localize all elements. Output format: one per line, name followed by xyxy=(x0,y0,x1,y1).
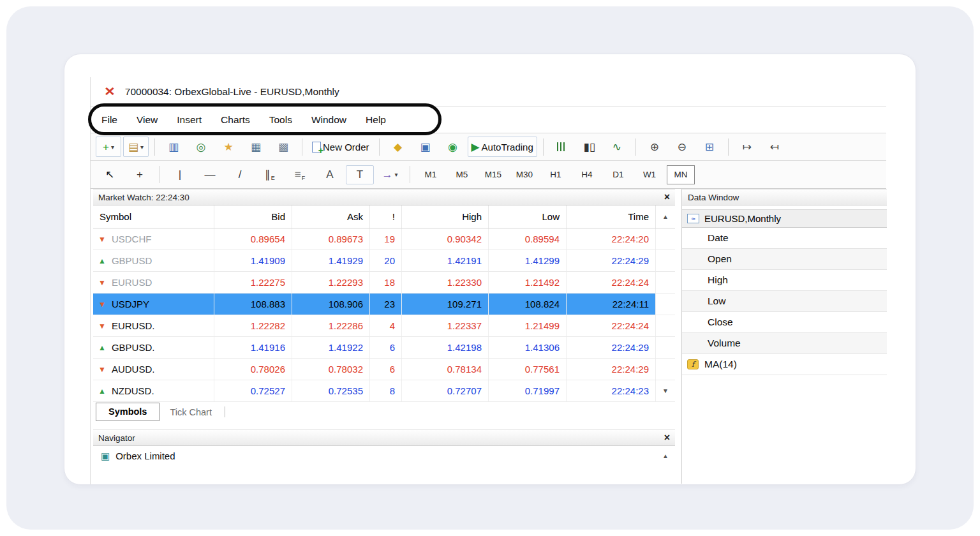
market-watch-row-usdjpy[interactable]: ▼USDJPY108.883108.90623109.271108.82422:… xyxy=(93,294,675,315)
indicator-function-icon: f xyxy=(687,359,699,369)
fibonacci-icon-sub: F xyxy=(302,175,306,181)
dropdown-arrow-icon[interactable]: ▾ xyxy=(394,171,397,178)
profiles-icon[interactable]: ▤▾ xyxy=(123,137,149,157)
close-icon[interactable]: × xyxy=(664,192,670,202)
data-window-symbol-row: ≈ EURUSD,Monthly xyxy=(682,209,887,228)
dropdown-arrow-icon[interactable]: ▾ xyxy=(140,144,144,151)
column-header-symbol[interactable]: Symbol xyxy=(93,205,214,228)
expert-advisors-icon[interactable]: ▣ xyxy=(413,137,438,157)
menu-item-insert[interactable]: Insert xyxy=(167,114,211,126)
timeframe-d1[interactable]: D1 xyxy=(604,165,632,184)
column-header-ask[interactable]: Ask xyxy=(292,205,370,228)
market-watch-row-nzdusd[interactable]: ▲NZDUSD.0.725270.7253580.727070.7199722:… xyxy=(93,380,675,402)
metaeditor-icon[interactable]: ◆ xyxy=(385,137,411,157)
scroll-up-icon[interactable]: ▲ xyxy=(662,452,675,459)
bar-chart-icon[interactable] xyxy=(549,137,575,157)
price-up-arrow-icon: ▲ xyxy=(98,257,106,265)
equidistant-channel-icon[interactable]: ∥E xyxy=(256,165,284,184)
menu-item-charts[interactable]: Charts xyxy=(211,114,260,126)
tab-tick-chart[interactable]: Tick Chart xyxy=(160,407,222,417)
timeframe-h4[interactable]: H4 xyxy=(573,165,601,184)
terminal-icon[interactable]: ▦ xyxy=(243,137,269,157)
vertical-line-icon[interactable]: | xyxy=(166,165,194,184)
scroll-up-icon[interactable]: ▲ xyxy=(662,213,669,220)
toolbar-separator xyxy=(728,138,729,156)
toolbar-separator xyxy=(154,138,155,156)
menu-item-help[interactable]: Help xyxy=(356,114,396,126)
timeframe-m15[interactable]: M15 xyxy=(479,165,507,184)
market-watch-row-usdchf[interactable]: ▼USDCHF0.896540.89673190.903420.8959422:… xyxy=(93,228,675,250)
chart-shift-icon[interactable]: ↤ xyxy=(762,137,787,157)
zoom-in-icon[interactable]: ⊕ xyxy=(642,137,667,157)
price-down-arrow-icon: ▼ xyxy=(98,365,106,374)
navigator-icon[interactable]: ★ xyxy=(216,137,241,157)
menu-item-tools[interactable]: Tools xyxy=(260,114,302,126)
menu-item-file[interactable]: File xyxy=(92,114,127,126)
arrows-icon[interactable]: →▾ xyxy=(376,165,404,184)
crosshair-icon[interactable]: + xyxy=(126,165,154,184)
timeframe-mn[interactable]: MN xyxy=(667,165,695,184)
timeframe-m5[interactable]: M5 xyxy=(448,165,476,184)
mql-community-icon[interactable]: ◉ xyxy=(440,137,466,157)
timeframe-m1[interactable]: M1 xyxy=(417,165,445,184)
auto-scroll-icon[interactable]: ↦ xyxy=(734,137,760,157)
column-header-low[interactable]: Low xyxy=(489,205,567,228)
timeframe-w1[interactable]: W1 xyxy=(635,165,664,184)
ask-cell: 108.906 xyxy=(292,294,370,315)
new-order-icon[interactable]: New Order xyxy=(308,137,373,157)
market-watch-row-eurusd[interactable]: ▼EURUSD1.222751.22293181.223301.2149222:… xyxy=(93,272,675,294)
market-watch-row-gbpusd[interactable]: ▲GBPUSD1.419091.41929201.421911.4129922:… xyxy=(93,250,675,272)
text-icon[interactable]: A xyxy=(316,165,344,184)
tab-symbols[interactable]: Symbols xyxy=(96,403,160,421)
column-header-time[interactable]: Time xyxy=(567,205,656,228)
dropdown-arrow-icon[interactable]: ▾ xyxy=(111,144,114,151)
timeframe-m30[interactable]: M30 xyxy=(510,165,538,184)
symbol-cell: ▲NZDUSD. xyxy=(93,380,214,401)
low-cell: 1.41306 xyxy=(489,337,567,358)
candlestick-chart-icon[interactable]: ▮▯ xyxy=(577,137,602,157)
timeframe-h1[interactable]: H1 xyxy=(542,165,570,184)
navigator-item-orbex-limited[interactable]: ▣Orbex Limited▲ xyxy=(93,446,675,465)
trendline-icon[interactable]: / xyxy=(226,165,254,184)
menu-bar: FileViewInsertChartsToolsWindowHelp xyxy=(91,107,886,133)
market-watch-row-eurusd[interactable]: ▼EURUSD.1.222821.2228641.223371.2149922:… xyxy=(93,315,675,337)
new-chart-icon[interactable]: +▾ xyxy=(96,137,121,157)
menu-item-view[interactable]: View xyxy=(127,114,167,126)
symbol-cell: ▲GBPUSD. xyxy=(93,337,214,358)
column-header-spread[interactable]: ! xyxy=(370,205,402,228)
market-watch-icon[interactable]: ▥ xyxy=(161,137,186,157)
spread-cell: 8 xyxy=(370,380,402,401)
price-down-arrow-icon: ▼ xyxy=(98,322,106,331)
spread-cell: 6 xyxy=(370,359,402,380)
autotrading-icon[interactable]: ▶AutoTrading xyxy=(468,137,537,157)
menu-item-window[interactable]: Window xyxy=(302,114,356,126)
symbol-cell: ▼EURUSD xyxy=(93,272,214,293)
ask-cell: 1.41922 xyxy=(292,337,370,358)
fibonacci-icon[interactable]: ≡F xyxy=(286,165,314,184)
cursor-icon[interactable]: ↖ xyxy=(96,165,124,184)
tile-windows-icon[interactable]: ⊞ xyxy=(697,137,722,157)
toolbar-separator xyxy=(302,138,302,156)
high-cell: 1.22337 xyxy=(402,315,489,336)
zoom-out-icon[interactable]: ⊖ xyxy=(669,137,695,157)
horizontal-line-icon[interactable]: — xyxy=(196,165,224,184)
line-chart-icon[interactable]: ∿ xyxy=(604,137,630,157)
column-header-high[interactable]: High xyxy=(402,205,489,228)
market-watch-row-gbpusd[interactable]: ▲GBPUSD.1.419161.4192261.421981.4130622:… xyxy=(93,337,675,359)
symbol-name: USDJPY xyxy=(112,299,149,309)
bid-cell: 1.22275 xyxy=(214,272,292,293)
data-window-field-low: Low xyxy=(682,291,887,312)
scroll-down-icon[interactable]: ▼ xyxy=(662,387,669,394)
vertical-line-icon: | xyxy=(179,169,181,180)
strategy-tester-icon[interactable]: ▩ xyxy=(271,137,296,157)
column-header-bid[interactable]: Bid xyxy=(214,205,292,228)
time-cell: 22:24:20 xyxy=(567,228,656,249)
text-label-icon[interactable]: T xyxy=(346,165,374,184)
data-window-icon[interactable]: ◎ xyxy=(188,137,214,157)
toolbar-separator xyxy=(543,138,544,156)
navigator-panel: Navigator × ▣Orbex Limited▲ xyxy=(93,429,675,465)
fibonacci-icon: ≡ xyxy=(295,169,301,180)
close-icon[interactable]: × xyxy=(664,433,670,443)
market-watch-row-audusd[interactable]: ▼AUDUSD.0.780260.7803260.781340.7756122:… xyxy=(93,359,675,380)
screenshot-frame: × 70000034: OrbexGlobal-Live - EURUSD,Mo… xyxy=(64,54,916,485)
